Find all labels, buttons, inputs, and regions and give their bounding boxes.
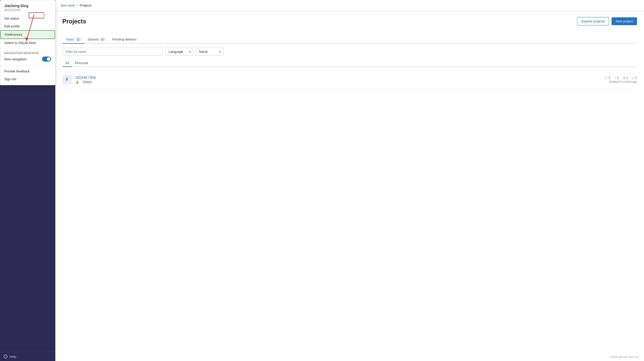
stat-issues: ◇ 0 bbox=[632, 76, 637, 80]
main-tabs: Yours 1 Starred 0 Pending deletion bbox=[62, 35, 637, 44]
stat-merge-requests: ⋔ 0 bbox=[623, 76, 628, 80]
new-navigation-row: New navigation bbox=[4, 56, 51, 63]
forks-count: 0 bbox=[617, 76, 619, 80]
tab-starred-count: 0 bbox=[100, 38, 105, 41]
breadcrumb-separator: > bbox=[76, 4, 78, 7]
tab-yours-label: Yours bbox=[66, 37, 74, 41]
table-row: F 202346 / first 🔒 Owner ☆ 0 bbox=[62, 71, 637, 89]
breadcrumb-current: Projects bbox=[80, 4, 92, 7]
tab-starred-label: Starred bbox=[88, 37, 99, 41]
project-name[interactable]: 202346 / first bbox=[75, 75, 96, 79]
owner-badge: Owner bbox=[81, 80, 93, 84]
preferences-item[interactable]: Preferences bbox=[0, 30, 55, 39]
new-navigation-toggle[interactable] bbox=[42, 57, 51, 62]
sign-out-item[interactable]: Sign out bbox=[0, 75, 55, 83]
top-bar: Your work > Projects bbox=[55, 0, 644, 11]
issues-count: 0 bbox=[635, 76, 637, 80]
switch-to-gitlab-next-item[interactable]: Switch to GitLab Next bbox=[0, 39, 55, 47]
tab-yours[interactable]: Yours 1 bbox=[62, 35, 84, 44]
help-item[interactable]: ? Help bbox=[4, 354, 52, 358]
star-icon: ☆ bbox=[605, 76, 608, 80]
new-project-button[interactable]: New project bbox=[612, 17, 637, 25]
stat-stars: ☆ 0 bbox=[605, 76, 610, 80]
page-header-row: Projects Explore projects New project bbox=[62, 17, 637, 30]
project-stats: ☆ 0 ⑂ 0 ⋔ 0 ◇ 0 bbox=[605, 76, 637, 80]
name-select-wrapper: Name bbox=[196, 48, 223, 56]
tab-pending-label: Pending deletion bbox=[112, 37, 137, 41]
stars-count: 0 bbox=[609, 76, 610, 80]
tab-yours-count: 1 bbox=[76, 38, 81, 41]
dropdown-divider-1 bbox=[0, 48, 55, 49]
sidebar-footer: ? Help bbox=[0, 352, 55, 361]
dropdown-divider-2 bbox=[0, 66, 55, 66]
breadcrumb: Your work > Projects bbox=[60, 4, 92, 7]
user-handle: @DJCKING bbox=[4, 8, 51, 12]
project-updated: Updated 5 months ago bbox=[609, 80, 637, 83]
svg-text:?: ? bbox=[5, 355, 6, 358]
subtabs: All Personal bbox=[62, 60, 637, 67]
language-select-wrapper: Language bbox=[165, 48, 193, 56]
filter-by-name-input[interactable] bbox=[62, 48, 163, 56]
tab-pending-deletion[interactable]: Pending deletion bbox=[109, 35, 140, 44]
edit-profile-item[interactable]: Edit profile bbox=[0, 22, 55, 30]
subtab-personal[interactable]: Personal bbox=[72, 60, 91, 67]
main-content: Your work > Projects Projects Explore pr… bbox=[55, 0, 644, 361]
issues-icon: ◇ bbox=[632, 76, 634, 80]
name-select[interactable]: Name bbox=[196, 48, 223, 56]
footer-credit: CSDN @Kudō Shin-ichi bbox=[610, 355, 639, 358]
sidebar: ▣ ＋ J Jiacheng Ding @DJCKING Set status … bbox=[0, 0, 55, 361]
help-label: Help bbox=[10, 355, 16, 358]
provide-feedback-item[interactable]: Provide feedback bbox=[0, 67, 55, 75]
project-meta: 🔒 Owner bbox=[75, 80, 96, 84]
new-navigation-label: New navigation bbox=[4, 57, 27, 61]
nav-redesign-section: Navigation redesign New navigation bbox=[0, 50, 55, 64]
stat-forks: ⑂ 0 bbox=[614, 76, 619, 80]
user-dropdown-header: Jiacheng Ding @DJCKING bbox=[0, 0, 55, 15]
set-status-item[interactable]: Set status bbox=[0, 15, 55, 22]
subtab-all[interactable]: All bbox=[62, 60, 72, 67]
project-info: 202346 / first 🔒 Owner bbox=[75, 75, 96, 84]
page-body: Projects Explore projects New project Yo… bbox=[55, 11, 644, 361]
nav-redesign-label: Navigation redesign bbox=[4, 52, 51, 55]
project-right: ☆ 0 ⑂ 0 ⋔ 0 ◇ 0 bbox=[605, 76, 637, 83]
mr-icon: ⋔ bbox=[623, 76, 625, 80]
explore-projects-button[interactable]: Explore projects bbox=[577, 17, 609, 25]
page-header-actions: Explore projects New project bbox=[577, 17, 637, 25]
tab-starred[interactable]: Starred 0 bbox=[84, 35, 109, 44]
mr-count: 0 bbox=[626, 76, 628, 80]
lock-icon: 🔒 bbox=[75, 80, 79, 84]
filter-bar: Language Name bbox=[62, 48, 637, 56]
page-title: Projects bbox=[62, 18, 86, 25]
help-icon: ? bbox=[4, 354, 8, 358]
project-list: F 202346 / first 🔒 Owner ☆ 0 bbox=[62, 71, 637, 89]
user-name: Jiacheng Ding bbox=[4, 4, 51, 8]
language-select[interactable]: Language bbox=[165, 48, 193, 56]
fork-icon: ⑂ bbox=[614, 76, 616, 80]
project-avatar: F bbox=[62, 75, 72, 84]
breadcrumb-your-work[interactable]: Your work bbox=[60, 4, 75, 7]
user-dropdown: Jiacheng Ding @DJCKING Set status Edit p… bbox=[0, 0, 55, 85]
